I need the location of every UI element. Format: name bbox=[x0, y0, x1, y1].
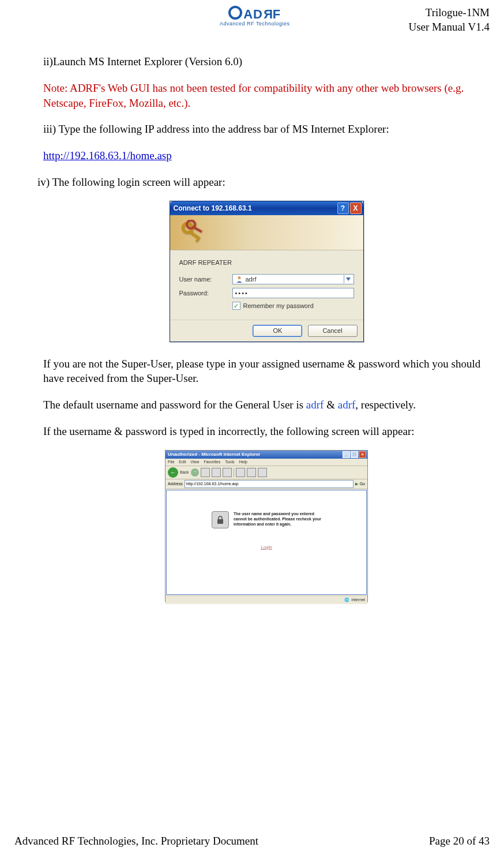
ok-button[interactable]: OK bbox=[253, 325, 302, 337]
browser-toolbar: ← Back → bbox=[166, 466, 367, 479]
ip-link[interactable]: http://192.168.63.1/home.asp bbox=[43, 149, 172, 162]
person-icon bbox=[235, 275, 243, 283]
history-icon[interactable] bbox=[258, 468, 267, 477]
browser-content: The user name and password you entered c… bbox=[166, 490, 367, 595]
remember-checkbox[interactable]: ✓ bbox=[232, 302, 240, 310]
password-input[interactable]: •••• bbox=[232, 288, 354, 298]
logo: ADRF Advanced RF Technologies bbox=[101, 6, 408, 27]
cancel-button[interactable]: Cancel bbox=[308, 325, 358, 337]
browser-menu[interactable]: File Edit View Favorites Tools Help bbox=[166, 459, 367, 466]
svg-rect-4 bbox=[192, 226, 202, 232]
address-input[interactable]: http://192.168.63.1/home.asp bbox=[185, 480, 353, 488]
address-label: Address bbox=[168, 481, 183, 486]
close-icon[interactable]: × bbox=[359, 451, 366, 458]
maximize-icon[interactable]: □ bbox=[351, 451, 358, 458]
error-browser: Unauthorized - Microsoft Internet Explor… bbox=[165, 450, 368, 602]
dialog-titlebar: Connect to 192.168.63.1 ? X bbox=[170, 201, 363, 215]
go-button[interactable]: ▶ bbox=[355, 481, 358, 486]
username-label: User name: bbox=[179, 275, 232, 284]
dialog-banner bbox=[170, 215, 363, 250]
favorites-icon[interactable] bbox=[247, 468, 256, 477]
svg-rect-6 bbox=[217, 519, 223, 524]
refresh-icon[interactable] bbox=[212, 468, 221, 477]
dialog-title: Connect to 192.168.63.1 bbox=[174, 204, 336, 213]
home-icon[interactable] bbox=[223, 468, 232, 477]
login-link[interactable]: Login bbox=[261, 545, 272, 551]
search-icon[interactable] bbox=[236, 468, 245, 477]
stop-icon[interactable] bbox=[201, 468, 210, 477]
para-default-creds: The default username and password for th… bbox=[43, 397, 490, 412]
login-dialog: Connect to 192.168.63.1 ? X bbox=[170, 201, 364, 342]
step-3: iii) Type the following IP address into … bbox=[43, 122, 490, 137]
username-input[interactable]: adrf bbox=[232, 274, 354, 284]
doc-title: Trilogue-1NM User Manual V1.4 bbox=[408, 6, 490, 34]
back-icon[interactable]: ← bbox=[168, 467, 178, 478]
footer-right: Page 20 of 43 bbox=[429, 835, 490, 847]
svg-point-5 bbox=[238, 276, 240, 279]
close-icon[interactable]: X bbox=[350, 202, 362, 214]
error-message: The user name and password you entered c… bbox=[234, 511, 321, 527]
chevron-down-icon[interactable] bbox=[344, 275, 352, 283]
lock-icon bbox=[212, 511, 229, 528]
status-text: Internet bbox=[351, 597, 365, 602]
minimize-icon[interactable]: _ bbox=[343, 451, 350, 458]
footer-left: Advanced RF Technologies, Inc. Proprieta… bbox=[14, 835, 258, 847]
internet-zone-icon: 🌐 bbox=[344, 597, 349, 602]
server-name: ADRF REPEATER bbox=[179, 258, 354, 267]
remember-label: Remember my password bbox=[243, 302, 314, 310]
note: Note: ADRF's Web GUI has not been tested… bbox=[43, 81, 490, 110]
step-4: iv) The following login screen will appe… bbox=[37, 175, 490, 190]
para-after-login: If you are not the Super-User, please ty… bbox=[43, 357, 490, 386]
para-incorrect: If the username & password is typed in i… bbox=[43, 424, 490, 439]
forward-icon[interactable]: → bbox=[191, 468, 199, 477]
help-icon[interactable]: ? bbox=[337, 202, 349, 214]
step-2: ii)Launch MS Internet Explorer (Version … bbox=[43, 54, 490, 69]
keys-icon bbox=[179, 220, 206, 249]
browser-title: Unauthorized - Microsoft Internet Explor… bbox=[168, 452, 342, 458]
password-label: Password: bbox=[179, 289, 232, 298]
